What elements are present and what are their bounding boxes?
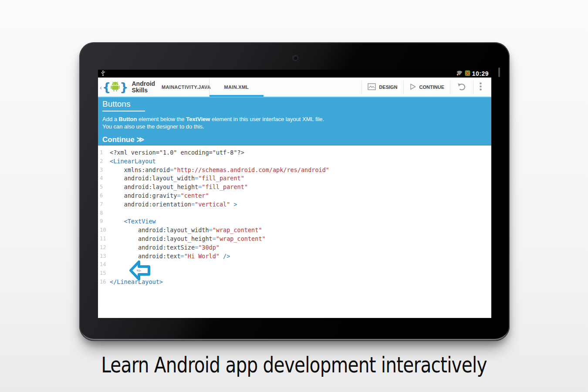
code-line: 15 (98, 269, 491, 278)
file-tabs: MAINACTIVITY.JAVAMAIN.XML (163, 78, 264, 97)
lesson-instruction: Add a Button element below the TextView … (102, 115, 487, 130)
brace-open-icon: { (102, 81, 111, 93)
code-line: 6 android:gravity="center" (98, 192, 491, 200)
code-line: 1<?xml version="1.0" encoding="utf-8"?> (98, 149, 491, 157)
back-chevron-icon: ‹ (100, 84, 102, 91)
app-title: Android Skills (132, 81, 155, 94)
code-line: 11 android:layout_height="wrap_content" (98, 235, 491, 243)
continue-button-label: CONTINUE (419, 84, 444, 90)
tablet-frame: 10:29 ‹ { (79, 42, 510, 341)
picture-icon (368, 83, 376, 91)
code-line: 10 android:layout_width="wrap_content" (98, 226, 491, 235)
lesson-continue-link[interactable]: Continue ≫ (102, 135, 487, 144)
title-underline (102, 111, 145, 112)
bezel-reflection (498, 68, 500, 77)
code-line: 5 android:layout_height="fill_parent" (98, 183, 491, 192)
app-home-button[interactable]: ‹ { } An (98, 78, 163, 97)
wifi-warning-icon (456, 70, 463, 78)
play-triangle-icon (409, 83, 416, 91)
lesson-title: Buttons (102, 99, 487, 109)
front-camera (292, 55, 298, 61)
lesson-panel: Buttons Add a Button element below the T… (98, 97, 491, 145)
overflow-menu-icon (480, 82, 482, 92)
undo-icon (456, 83, 467, 92)
code-line: 13 android:text="Hi World" /> (98, 252, 491, 261)
usb-icon (101, 70, 105, 78)
code-editor[interactable]: 1<?xml version="1.0" encoding="utf-8"?>2… (98, 145, 491, 318)
status-bar: 10:29 (98, 70, 491, 78)
code-line: 16</LinearLayout> (98, 278, 491, 287)
tutorial-arrow-icon: ✎ (129, 260, 150, 281)
code-line: 14 (98, 260, 491, 269)
brace-close-icon: } (120, 81, 128, 93)
overflow-menu-button[interactable] (473, 78, 488, 97)
code-line: 2<LinearLayout (98, 157, 491, 166)
action-buttons: DESIGN CONTINUE (362, 78, 491, 97)
code-line: 12 android:textSize="30dp" (98, 243, 491, 252)
action-bar: ‹ { } An (98, 78, 491, 97)
design-button-label: DESIGN (379, 84, 397, 90)
continue-button[interactable]: CONTINUE (404, 78, 450, 97)
code-line: 9 <TextView (98, 217, 491, 226)
undo-button[interactable] (450, 78, 473, 97)
code-line: 7 android:orientation="vertical" > (98, 200, 491, 209)
code-line: 8 (98, 209, 491, 218)
design-button[interactable]: DESIGN (362, 78, 403, 97)
tablet-screen: 10:29 ‹ { (98, 70, 491, 318)
clock: 10:29 (472, 70, 489, 78)
battery-error-icon (465, 70, 470, 78)
tab-main-xml[interactable]: MAIN.XML (209, 78, 264, 97)
tab-mainactivity-java[interactable]: MAINACTIVITY.JAVA (163, 78, 209, 97)
code-line: 3 xmlns:android="http://schemas.android.… (98, 166, 491, 175)
marketing-caption: Learn Android app development interactiv… (50, 353, 538, 378)
android-robot-icon (111, 81, 120, 93)
code-line: 4 android:layout_width="fill_parent" (98, 174, 491, 183)
